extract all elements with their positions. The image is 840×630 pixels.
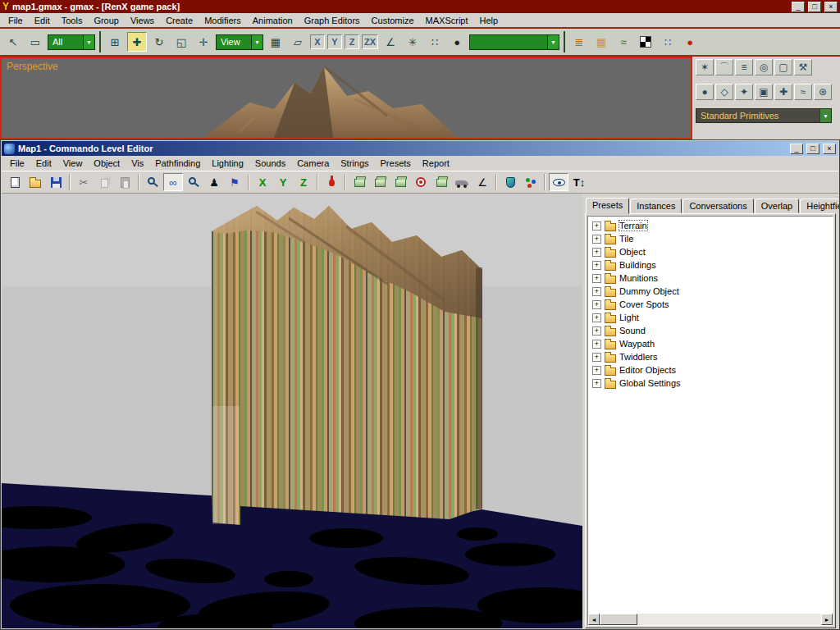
object-misc-button[interactable] <box>431 173 451 191</box>
named-selection-combo[interactable]: ▼ <box>469 34 559 50</box>
tree-item-munitions[interactable]: + Munitions <box>590 272 833 285</box>
render-scene-button[interactable]: ∷ <box>658 32 678 52</box>
editor-3d-viewport[interactable] <box>2 194 582 628</box>
editor-menu-file[interactable]: File <box>4 157 30 170</box>
paste-button[interactable] <box>115 173 135 191</box>
zoom-extents-button[interactable] <box>143 173 162 191</box>
select-object-button[interactable]: ⊞ <box>105 32 125 52</box>
visibility-target-button[interactable] <box>411 173 431 191</box>
walkthrough-button[interactable]: ♟ <box>204 173 224 191</box>
scrollbar-thumb[interactable] <box>600 614 637 625</box>
gmax-minimize-button[interactable]: _ <box>792 2 805 12</box>
editor-maximize-button[interactable]: □ <box>806 144 819 154</box>
gmax-menu-animation[interactable]: Animation <box>247 14 299 27</box>
presets-tree[interactable]: + Terrain + Tile + Object <box>587 216 833 626</box>
tree-item-editor-objects[interactable]: + Editor Objects <box>590 363 833 377</box>
spacewarps-category-icon[interactable]: ≈ <box>794 84 812 100</box>
chevron-down-icon[interactable]: ▼ <box>547 35 559 49</box>
editor-menu-report[interactable]: Report <box>417 157 455 170</box>
cut-button[interactable]: ✂ <box>74 173 94 191</box>
expand-icon[interactable]: + <box>592 235 601 244</box>
gmax-menu-file[interactable]: File <box>2 14 29 27</box>
waypoint-flag-button[interactable]: ⚑ <box>225 173 244 191</box>
scrollbar-track[interactable] <box>600 614 821 625</box>
expand-icon[interactable]: + <box>592 287 601 296</box>
region-select-button[interactable]: ▭ <box>25 32 45 52</box>
copy-button[interactable] <box>94 173 114 191</box>
geometry-category-icon[interactable]: ● <box>696 84 714 100</box>
drop-marker-button[interactable] <box>322 173 341 191</box>
expand-icon[interactable]: + <box>592 221 601 231</box>
curve-editor-button[interactable]: ≈ <box>614 32 633 52</box>
expand-icon[interactable]: + <box>592 274 601 283</box>
shapes-category-icon[interactable]: ◇ <box>715 84 733 100</box>
tree-item-object[interactable]: + Object <box>590 245 833 258</box>
tree-item-dummy-object[interactable]: + Dummy Object <box>590 285 833 298</box>
tree-item-cover-spots[interactable]: + Cover Spots <box>590 298 833 311</box>
move-button[interactable]: ✚ <box>127 32 147 52</box>
tree-item-tile[interactable]: + Tile <box>590 232 833 245</box>
visibility-eye-button[interactable] <box>549 173 568 191</box>
manipulator-button[interactable]: ✛ <box>194 32 213 52</box>
display-tab-icon[interactable]: ▢ <box>774 59 792 75</box>
angle-measure-button[interactable]: ∠ <box>472 173 492 191</box>
expand-icon[interactable]: + <box>592 248 601 257</box>
selection-filter-combo[interactable]: All ▼ <box>48 34 95 50</box>
editor-menu-sounds[interactable]: Sounds <box>249 157 291 170</box>
expand-icon[interactable]: + <box>592 379 601 388</box>
chevron-down-icon[interactable]: ▼ <box>819 109 831 122</box>
save-button[interactable] <box>46 173 66 191</box>
mirror-button[interactable]: ▱ <box>288 32 308 52</box>
gmax-maximize-button[interactable]: □ <box>808 2 821 12</box>
editor-menu-camera[interactable]: Camera <box>291 157 335 170</box>
gmax-perspective-viewport[interactable]: Perspective <box>0 57 692 139</box>
rotate-button[interactable]: ↻ <box>149 32 169 52</box>
gmax-3d-scene[interactable] <box>2 58 691 138</box>
scroll-left-button[interactable]: ◄ <box>588 614 600 625</box>
cameras-category-icon[interactable]: ▣ <box>755 84 773 100</box>
schematic-view-button[interactable]: ▦ <box>591 32 611 52</box>
scroll-right-button[interactable]: ► <box>821 614 833 625</box>
angle-snap-button[interactable]: ∠ <box>381 32 400 52</box>
object-category-combo[interactable]: Standard Primitives ▼ <box>696 108 832 123</box>
hierarchy-tab-icon[interactable]: ≡ <box>735 59 753 75</box>
gmax-menu-tools[interactable]: Tools <box>56 14 89 27</box>
editor-menu-pathfinding[interactable]: Pathfinding <box>149 157 206 170</box>
tree-item-light[interactable]: + Light <box>590 311 833 324</box>
editor-menu-edit[interactable]: Edit <box>30 157 57 170</box>
axis-constraint-zx-button[interactable]: ZX <box>362 34 378 49</box>
expand-icon[interactable]: + <box>592 326 601 336</box>
spinner-snap-button[interactable]: ∷ <box>425 32 445 52</box>
render-last-button[interactable]: ● <box>680 32 700 52</box>
create-tab-icon[interactable]: ✶ <box>696 59 714 75</box>
material-editor-button[interactable] <box>636 32 655 52</box>
tree-item-terrain[interactable]: + Terrain <box>590 219 833 232</box>
gmax-menu-customize[interactable]: Customize <box>366 14 420 27</box>
shield-button[interactable] <box>500 173 520 191</box>
axis-z-button[interactable]: Z <box>294 173 313 191</box>
text-scale-button[interactable]: T↕ <box>569 173 589 191</box>
editor-menu-lighting[interactable]: Lighting <box>206 157 249 170</box>
camera-mode-button[interactable]: ∞ <box>163 173 183 191</box>
scale-button[interactable]: ◱ <box>171 32 191 52</box>
create-object-button[interactable] <box>349 173 369 191</box>
tab-overlap[interactable]: Overlap <box>755 199 800 213</box>
editor-titlebar[interactable]: Map1 - Commando Level Editor _ □ × <box>2 141 838 156</box>
systems-category-icon[interactable]: ⊛ <box>814 84 832 100</box>
utilities-tab-icon[interactable]: ⚒ <box>794 59 812 75</box>
tree-item-global-settings[interactable]: + Global Settings <box>590 377 833 390</box>
expand-icon[interactable]: + <box>592 366 601 375</box>
editor-menu-presets[interactable]: Presets <box>375 157 417 170</box>
new-button[interactable] <box>5 173 25 191</box>
motion-tab-icon[interactable]: ◎ <box>755 59 773 75</box>
tree-horizontal-scrollbar[interactable]: ◄ ► <box>588 614 833 625</box>
reference-coordinate-combo[interactable]: View ▼ <box>216 34 263 50</box>
gmax-menu-edit[interactable]: Edit <box>29 14 56 27</box>
editor-menu-vis[interactable]: Vis <box>126 157 149 170</box>
tab-instances[interactable]: Instances <box>630 199 682 213</box>
axis-constraint-z-button[interactable]: Z <box>345 34 359 49</box>
tree-item-waypath[interactable]: + Waypath <box>590 337 833 350</box>
helpers-category-icon[interactable]: ✚ <box>774 84 792 100</box>
snap-toggle-button[interactable]: ✳ <box>403 32 422 52</box>
expand-icon[interactable]: + <box>592 353 601 362</box>
